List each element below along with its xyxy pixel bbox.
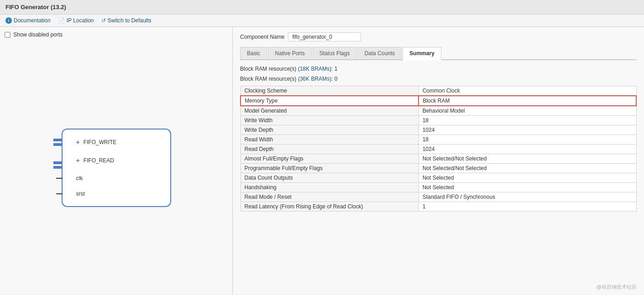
table-row: Data Count OutputsNot Selected bbox=[241, 173, 636, 183]
table-cell-label: Read Mode / Reset bbox=[241, 192, 419, 202]
table-row: Read Depth1024 bbox=[241, 145, 636, 154]
bram-36k-info: Block RAM resource(s) (36K BRAMs): 0 bbox=[240, 76, 637, 82]
app-window: FIFO Generator (13.2) i Documentation 📄 … bbox=[0, 0, 644, 295]
clk-port-row: clk bbox=[76, 175, 161, 181]
table-cell-value: Behavioral Model bbox=[419, 106, 636, 116]
clk-label: clk bbox=[76, 175, 83, 181]
toolbar: i Documentation 📄 IP Location ↺ Switch t… bbox=[0, 15, 644, 27]
read-bar-1 bbox=[53, 161, 62, 164]
component-name-value[interactable]: fifo_generator_0 bbox=[288, 32, 361, 41]
table-row: Programmable Full/Empty FlagsNot Selecte… bbox=[241, 164, 636, 173]
read-connector bbox=[53, 161, 62, 169]
table-cell-label: Model Generated bbox=[241, 106, 419, 116]
tab-status-flags[interactable]: Status Flags bbox=[313, 47, 357, 59]
table-cell-value: Not Selected/Not Selected bbox=[419, 154, 636, 164]
table-row: Write Depth1024 bbox=[241, 125, 636, 135]
srst-line bbox=[56, 193, 63, 194]
documentation-label: Documentation bbox=[14, 17, 51, 24]
table-row: Read Width18 bbox=[241, 135, 636, 145]
clk-line bbox=[56, 178, 63, 179]
summary-table: Clocking SchemeCommon ClockMemory TypeBl… bbox=[240, 86, 637, 212]
table-cell-value: Common Clock bbox=[419, 86, 636, 96]
srst-label: srst bbox=[76, 191, 85, 197]
table-cell-label: Handshaking bbox=[241, 183, 419, 192]
tab-native-ports[interactable]: Native Ports bbox=[268, 47, 311, 59]
fifo-read-plus-icon[interactable]: + bbox=[76, 157, 80, 164]
bram-18k-info: Block RAM resource(s) (18K BRAMs): 1 bbox=[240, 66, 637, 72]
table-row: Write Width18 bbox=[241, 116, 636, 125]
table-row: Almost Full/Empty FlagsNot Selected/Not … bbox=[241, 154, 636, 164]
table-cell-label: Almost Full/Empty Flags bbox=[241, 154, 419, 164]
table-cell-value: 18 bbox=[419, 116, 636, 125]
diagram-area: + FIFO_WRITE + FIFO_READ clk bbox=[5, 45, 228, 290]
table-cell-value: Not Selected/Not Selected bbox=[419, 164, 636, 173]
table-cell-value: 1024 bbox=[419, 125, 636, 135]
tab-basic[interactable]: Basic bbox=[240, 47, 267, 59]
table-cell-value: Not Selected bbox=[419, 173, 636, 183]
right-panel: Component Name fifo_generator_0 Basic Na… bbox=[233, 27, 644, 295]
title-bar: FIFO Generator (13.2) bbox=[0, 0, 644, 15]
table-row: Read Mode / ResetStandard FIFO / Synchro… bbox=[241, 192, 636, 202]
table-cell-label: Write Width bbox=[241, 116, 419, 125]
main-content: Show disabled ports bbox=[0, 27, 644, 295]
ip-location-button[interactable]: 📄 IP Location bbox=[58, 17, 94, 24]
tabs-container: Basic Native Ports Status Flags Data Cou… bbox=[240, 47, 637, 60]
table-cell-label: Write Depth bbox=[241, 125, 419, 135]
fifo-block: + FIFO_WRITE + FIFO_READ clk bbox=[62, 129, 171, 207]
fifo-write-port: + FIFO_WRITE bbox=[76, 139, 161, 146]
refresh-icon: ↺ bbox=[101, 17, 106, 24]
write-bar-2 bbox=[53, 143, 62, 146]
fifo-write-label: FIFO_WRITE bbox=[84, 139, 117, 145]
fifo-ports: + FIFO_WRITE + FIFO_READ bbox=[63, 139, 161, 164]
table-cell-value: Standard FIFO / Synchronous bbox=[419, 192, 636, 202]
table-cell-label: Clocking Scheme bbox=[241, 86, 419, 96]
table-cell-value: 1 bbox=[419, 202, 636, 212]
switch-defaults-label: Switch to Defaults bbox=[108, 17, 152, 24]
left-panel: Show disabled ports bbox=[0, 27, 233, 295]
fifo-read-label: FIFO_READ bbox=[84, 157, 114, 164]
table-cell-label: Read Width bbox=[241, 135, 419, 145]
table-cell-value: Not Selected bbox=[419, 183, 636, 192]
table-cell-value: 1024 bbox=[419, 145, 636, 154]
table-cell-label: Memory Type bbox=[241, 96, 419, 106]
show-disabled-ports-checkbox[interactable] bbox=[5, 32, 10, 38]
table-row: HandshakingNot Selected bbox=[241, 183, 636, 192]
fifo-write-plus-icon[interactable]: + bbox=[76, 139, 80, 146]
ip-location-label: IP Location bbox=[67, 17, 94, 24]
srst-port-row: srst bbox=[76, 191, 161, 197]
table-cell-label: Read Latency (From Rising Edge of Read C… bbox=[241, 202, 419, 212]
table-cell-value: Block RAM bbox=[419, 96, 636, 106]
table-row: Clocking SchemeCommon Clock bbox=[241, 86, 636, 96]
show-disabled-ports-label: Show disabled ports bbox=[13, 31, 63, 38]
app-title: FIFO Generator (13.2) bbox=[5, 4, 66, 10]
read-bar-2 bbox=[53, 166, 62, 169]
table-cell-label: Read Depth bbox=[241, 145, 419, 154]
fifo-read-port: + FIFO_READ bbox=[76, 157, 161, 164]
location-icon: 📄 bbox=[58, 17, 65, 24]
component-name-row: Component Name fifo_generator_0 bbox=[240, 32, 637, 41]
table-row: Model GeneratedBehavioral Model bbox=[241, 106, 636, 116]
write-bar-1 bbox=[53, 139, 62, 141]
component-name-label: Component Name bbox=[240, 34, 284, 40]
table-row: Memory TypeBlock RAM bbox=[241, 96, 636, 106]
table-row: Read Latency (From Rising Edge of Read C… bbox=[241, 202, 636, 212]
tab-data-counts[interactable]: Data Counts bbox=[357, 47, 402, 59]
info-icon: i bbox=[5, 17, 12, 24]
table-cell-value: 18 bbox=[419, 135, 636, 145]
tab-summary[interactable]: Summary bbox=[403, 47, 441, 60]
bottom-ports: clk srst bbox=[63, 175, 161, 197]
write-connector bbox=[53, 139, 62, 146]
show-disabled-ports-row: Show disabled ports bbox=[5, 31, 228, 38]
documentation-button[interactable]: i Documentation bbox=[5, 17, 51, 24]
table-cell-label: Data Count Outputs bbox=[241, 173, 419, 183]
watermark: @动百纳技术社区 bbox=[597, 284, 637, 290]
switch-defaults-button[interactable]: ↺ Switch to Defaults bbox=[101, 17, 152, 24]
table-cell-label: Programmable Full/Empty Flags bbox=[241, 164, 419, 173]
